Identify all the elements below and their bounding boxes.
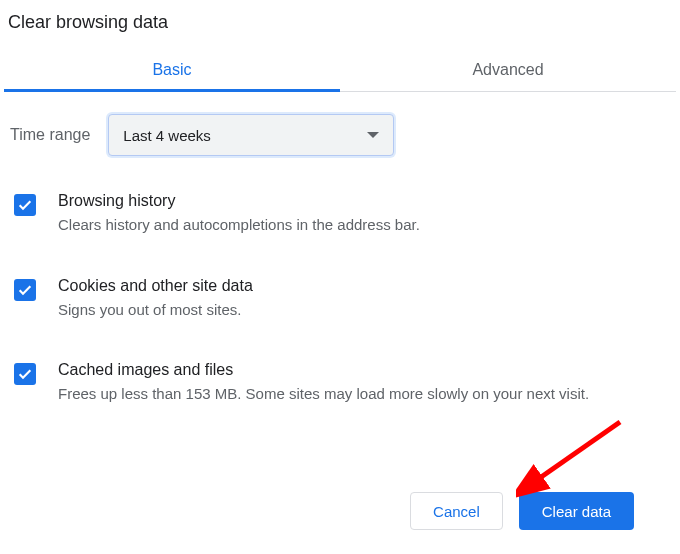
dialog-footer: Cancel Clear data (410, 492, 634, 530)
cancel-button[interactable]: Cancel (410, 492, 503, 530)
time-range-label: Time range (10, 126, 90, 144)
option-title: Browsing history (58, 192, 670, 210)
checkmark-icon (17, 197, 33, 213)
checkbox-cookies[interactable] (14, 279, 36, 301)
option-desc: Frees up less than 153 MB. Some sites ma… (58, 383, 668, 406)
option-title: Cached images and files (58, 361, 670, 379)
chevron-down-icon (367, 132, 379, 138)
option-title: Cookies and other site data (58, 277, 670, 295)
option-desc: Signs you out of most sites. (58, 299, 668, 322)
clear-data-button-label: Clear data (542, 503, 611, 520)
option-desc: Clears history and autocompletions in th… (58, 214, 668, 237)
dialog-title: Clear browsing data (4, 8, 676, 51)
annotation-arrow-icon (516, 418, 626, 498)
tab-basic[interactable]: Basic (4, 51, 340, 91)
option-text: Browsing history Clears history and auto… (58, 192, 670, 237)
cancel-button-label: Cancel (433, 503, 480, 520)
time-range-select[interactable]: Last 4 weeks (108, 114, 394, 156)
checkbox-cached[interactable] (14, 363, 36, 385)
checkbox-browsing-history[interactable] (14, 194, 36, 216)
clear-browsing-data-dialog: Clear browsing data Basic Advanced Time … (0, 0, 680, 554)
option-cookies: Cookies and other site data Signs you ou… (10, 277, 670, 322)
checkmark-icon (17, 366, 33, 382)
option-text: Cookies and other site data Signs you ou… (58, 277, 670, 322)
tab-advanced[interactable]: Advanced (340, 51, 676, 91)
time-range-row: Time range Last 4 weeks (10, 114, 670, 156)
option-browsing-history: Browsing history Clears history and auto… (10, 192, 670, 237)
dialog-body: Time range Last 4 weeks Browsing history… (4, 92, 676, 406)
tabs: Basic Advanced (4, 51, 676, 92)
svg-line-0 (534, 422, 620, 482)
clear-data-button[interactable]: Clear data (519, 492, 634, 530)
option-text: Cached images and files Frees up less th… (58, 361, 670, 406)
tab-advanced-label: Advanced (472, 61, 543, 78)
time-range-value: Last 4 weeks (123, 127, 211, 144)
checkmark-icon (17, 282, 33, 298)
option-cached: Cached images and files Frees up less th… (10, 361, 670, 406)
tab-basic-label: Basic (152, 61, 191, 78)
